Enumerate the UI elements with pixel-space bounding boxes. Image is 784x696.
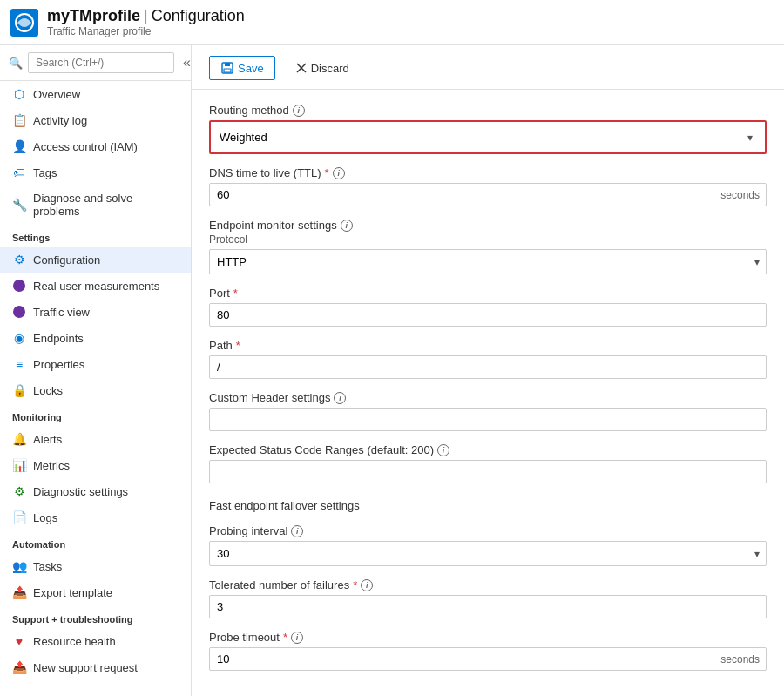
endpoints-icon: ◉ (12, 331, 26, 345)
port-input[interactable]: 80 (209, 303, 767, 327)
custom-header-info-icon[interactable]: i (334, 392, 346, 404)
top-bar: myTMprofile | Configuration Traffic Mana… (0, 0, 784, 45)
support-section-title: Support + troubleshooting (0, 605, 191, 628)
probe-timeout-input[interactable]: 10 (209, 647, 767, 671)
content-area: Save Discard Routing method i Weighted (192, 45, 784, 696)
traffic-icon (12, 305, 26, 319)
nav-item-activity-log[interactable]: 📋 Activity log (0, 107, 191, 133)
health-icon: ♥ (12, 634, 26, 648)
fast-failover-group: Fast endpoint failover settings (209, 496, 767, 512)
diagnostic-icon: ⚙ (12, 484, 26, 498)
search-input[interactable] (28, 52, 174, 73)
activity-log-icon: 📋 (12, 113, 26, 127)
svg-rect-4 (224, 69, 231, 72)
custom-header-label: Custom Header settings i (209, 391, 767, 404)
page-title: Configuration (152, 7, 245, 25)
tolerated-failures-group: Tolerated number of failures * i 3 (209, 578, 767, 618)
nav-item-access-control[interactable]: 👤 Access control (IAM) (0, 133, 191, 159)
search-icon: 🔍 (9, 57, 23, 70)
custom-header-input[interactable] (209, 408, 767, 431)
discard-button[interactable]: Discard (284, 57, 361, 80)
svg-rect-3 (225, 63, 230, 66)
status-code-input[interactable] (209, 460, 767, 483)
resource-subtitle: Traffic Manager profile (47, 25, 245, 37)
nav-item-configuration[interactable]: ⚙ Configuration (0, 247, 191, 273)
nav-item-properties[interactable]: ≡ Properties (0, 351, 191, 377)
diagnose-icon: 🔧 (12, 198, 26, 212)
realuser-icon (12, 279, 26, 293)
config-icon: ⚙ (12, 253, 26, 267)
search-bar: 🔍 « (0, 45, 191, 81)
discard-icon (295, 62, 308, 74)
tasks-icon: 👥 (12, 559, 26, 573)
iam-icon: 👤 (12, 139, 26, 153)
dns-ttl-info-icon[interactable]: i (333, 167, 345, 179)
dns-ttl-input[interactable]: 60 (209, 183, 767, 206)
properties-icon: ≡ (12, 357, 26, 371)
routing-method-select-wrapper: Weighted Performance Priority Geographic… (209, 120, 767, 154)
protocol-select[interactable]: HTTP HTTPS TCP (209, 249, 767, 274)
nav-item-diagnostic[interactable]: ⚙ Diagnostic settings (0, 478, 191, 504)
endpoint-monitor-label: Endpoint monitor settings i (209, 219, 767, 232)
probe-timeout-info-icon[interactable]: i (291, 632, 303, 644)
status-code-info-icon[interactable]: i (437, 444, 449, 456)
locks-icon: 🔒 (12, 383, 26, 397)
monitoring-section-title: Monitoring (0, 403, 191, 426)
custom-header-group: Custom Header settings i (209, 391, 767, 431)
support-icon: 📤 (12, 660, 26, 674)
export-icon: 📤 (12, 585, 26, 599)
nav-item-tasks[interactable]: 👥 Tasks (0, 553, 191, 579)
alerts-icon: 🔔 (12, 432, 26, 446)
protocol-sublabel: Protocol (209, 233, 767, 246)
nav-item-alerts[interactable]: 🔔 Alerts (0, 426, 191, 452)
sidebar: 🔍 « ⬡ Overview 📋 Activity log 👤 Access c… (0, 45, 192, 696)
path-label: Path * (209, 339, 767, 352)
protocol-select-wrapper: HTTP HTTPS TCP ▾ (209, 249, 767, 274)
fast-failover-title: Fast endpoint failover settings (209, 499, 767, 512)
nav-item-tags[interactable]: 🏷 Tags (0, 159, 191, 186)
nav-item-logs[interactable]: 📄 Logs (0, 504, 191, 530)
title-separator: | (144, 7, 148, 25)
tolerated-failures-label: Tolerated number of failures * i (209, 578, 767, 591)
nav-item-resource-health[interactable]: ♥ Resource health (0, 628, 191, 654)
nav-item-overview[interactable]: ⬡ Overview (0, 81, 191, 107)
tolerated-failures-input[interactable]: 3 (209, 595, 767, 618)
save-button[interactable]: Save (209, 56, 275, 80)
routing-method-select[interactable]: Weighted Performance Priority Geographic… (216, 127, 760, 147)
port-group: Port * 80 (209, 287, 767, 327)
nav-item-locks[interactable]: 🔒 Locks (0, 377, 191, 403)
dns-ttl-label: DNS time to live (TTL) * i (209, 166, 767, 179)
tags-icon: 🏷 (12, 166, 26, 179)
nav-item-real-user[interactable]: Real user measurements (0, 273, 191, 299)
toolbar: Save Discard (192, 45, 784, 90)
overview-icon: ⬡ (12, 87, 26, 101)
probe-timeout-group: Probe timeout * i 10 seconds (209, 631, 767, 671)
nav-item-endpoints[interactable]: ◉ Endpoints (0, 325, 191, 351)
status-code-label: Expected Status Code Ranges (default: 20… (209, 443, 767, 456)
nav-item-diagnose[interactable]: 🔧 Diagnose and solve problems (0, 186, 191, 224)
probing-interval-group: Probing interval i 30 10 ▾ (209, 524, 767, 566)
metrics-icon: 📊 (12, 458, 26, 472)
dns-ttl-group: DNS time to live (TTL) * i 60 seconds (209, 166, 767, 206)
app-icon (10, 9, 38, 37)
path-group: Path * / (209, 339, 767, 379)
resource-name: myTMprofile (47, 7, 140, 25)
status-code-group: Expected Status Code Ranges (default: 20… (209, 443, 767, 483)
logs-icon: 📄 (12, 510, 26, 524)
endpoint-monitor-info-icon[interactable]: i (341, 220, 353, 232)
probing-interval-select-wrapper: 30 10 ▾ (209, 541, 767, 566)
routing-method-group: Routing method i Weighted Performance Pr… (209, 104, 767, 154)
settings-section-title: Settings (0, 224, 191, 247)
nav-item-metrics[interactable]: 📊 Metrics (0, 452, 191, 478)
probing-interval-info-icon[interactable]: i (291, 525, 303, 537)
tolerated-failures-info-icon[interactable]: i (361, 579, 373, 591)
collapse-button[interactable]: « (179, 53, 192, 72)
routing-method-info-icon[interactable]: i (293, 105, 305, 117)
probing-interval-label: Probing interval i (209, 524, 767, 537)
nav-item-traffic-view[interactable]: Traffic view (0, 299, 191, 325)
path-input[interactable]: / (209, 355, 767, 379)
probing-interval-select[interactable]: 30 10 (209, 541, 767, 566)
nav-item-new-support[interactable]: 📤 New support request (0, 654, 191, 680)
configuration-form: Routing method i Weighted Performance Pr… (192, 90, 784, 685)
nav-item-export-template[interactable]: 📤 Export template (0, 579, 191, 605)
